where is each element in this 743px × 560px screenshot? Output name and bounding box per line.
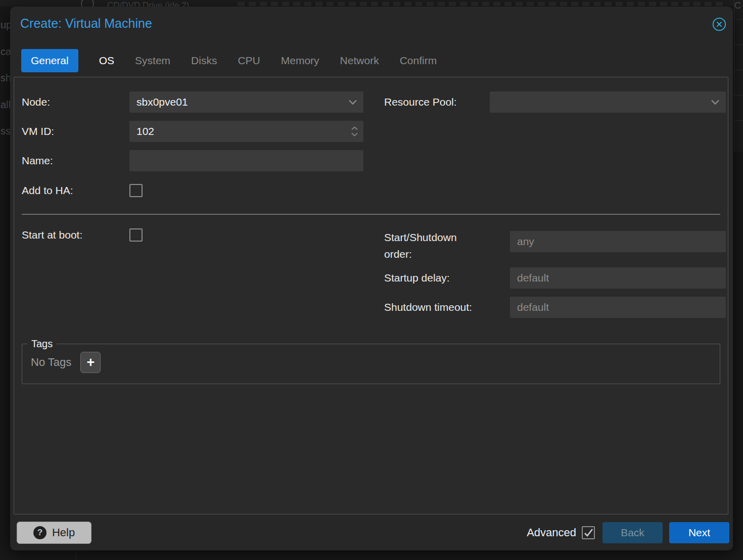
tab-system: System [135, 55, 170, 67]
advanced-checkbox[interactable] [582, 526, 595, 539]
tags-row: No Tags + [22, 350, 720, 373]
background-fragment: C [734, 1, 741, 11]
spinner-buttons[interactable] [351, 126, 358, 137]
background-gridline [734, 95, 743, 96]
background-gridline [734, 70, 743, 70]
chevron-up-icon [351, 126, 358, 131]
plus-icon: + [86, 356, 95, 369]
background-gridline [734, 19, 743, 20]
vmid-spinner[interactable] [129, 121, 363, 142]
startup-delay-input[interactable] [510, 267, 726, 289]
close-icon [712, 17, 726, 31]
no-tags-text: No Tags [31, 356, 71, 369]
vmid-label: VM ID: [22, 121, 54, 142]
background-divider [734, 0, 734, 152]
node-label: Node: [22, 91, 50, 113]
start-at-boot-checkbox[interactable] [129, 228, 143, 242]
name-input[interactable] [129, 150, 363, 171]
resource-pool-combobox[interactable] [490, 91, 726, 113]
background-divider [76, 551, 76, 560]
dialog-title: Create: Virtual Machine [20, 16, 152, 31]
resource-pool-label: Resource Pool: [384, 91, 457, 113]
resource-pool-input[interactable] [490, 91, 726, 113]
tab-cpu: CPU [238, 55, 260, 67]
help-button-label: Help [52, 526, 75, 539]
name-label: Name: [22, 150, 53, 171]
background-fragment: all [1, 99, 11, 111]
chevron-down-icon[interactable] [348, 100, 357, 105]
add-tag-button[interactable]: + [80, 352, 101, 373]
background-fragment: ss [1, 125, 11, 137]
tab-confirm: Confirm [400, 55, 437, 67]
tags-fieldset: Tags No Tags + [22, 338, 720, 384]
check-icon [583, 528, 593, 537]
background-table-edge: C [734, 0, 743, 152]
background-fragment: sh [1, 72, 11, 84]
dialog-footer: ? Help Advanced Back Next [10, 522, 733, 544]
background-gridline [734, 44, 743, 45]
tab-os[interactable]: OS [99, 55, 114, 67]
startup-delay-label: Startup delay: [384, 267, 450, 289]
wizard-tabs: General OS System Disks CPU Memory Netwo… [21, 49, 437, 72]
add-to-ha-checkbox[interactable] [129, 184, 143, 197]
chevron-down-icon [351, 132, 358, 137]
back-button[interactable]: Back [602, 522, 663, 543]
start-shutdown-order-input[interactable] [510, 231, 726, 252]
section-divider [22, 214, 720, 215]
help-button[interactable]: ? Help [17, 522, 91, 544]
background-page-bottom [0, 551, 743, 560]
tab-network: Network [340, 55, 379, 67]
tab-general[interactable]: General [21, 49, 78, 72]
general-form-panel: Node: VM ID: Name: Add to HA: Resource P… [14, 77, 728, 515]
next-button[interactable]: Next [669, 522, 729, 543]
question-mark-icon: ? [33, 526, 47, 539]
shutdown-timeout-label: Shutdown timeout: [384, 297, 472, 318]
create-vm-dialog: Create: Virtual Machine General OS Syste… [10, 7, 733, 550]
add-to-ha-label: Add to HA: [22, 184, 73, 197]
background-fragment: ca [1, 46, 11, 58]
start-shutdown-order-label: Start/Shutdown order: [384, 229, 478, 262]
background-gridline [734, 120, 743, 121]
footer-actions: Advanced Back Next [527, 522, 729, 543]
tab-memory: Memory [281, 55, 319, 67]
node-input[interactable] [129, 91, 363, 113]
shutdown-timeout-input[interactable] [510, 297, 726, 318]
vmid-input[interactable] [129, 121, 363, 142]
close-button[interactable] [712, 17, 726, 31]
background-blurred-text [238, 2, 723, 6]
chevron-down-icon[interactable] [711, 100, 720, 105]
advanced-label: Advanced [527, 526, 576, 539]
tab-disks: Disks [191, 55, 217, 67]
node-combobox[interactable] [129, 91, 363, 113]
tags-legend: Tags [27, 338, 57, 350]
start-at-boot-label: Start at boot: [22, 228, 82, 242]
background-page-strip: CD/DVD Drive (ide 2) [0, 0, 743, 7]
